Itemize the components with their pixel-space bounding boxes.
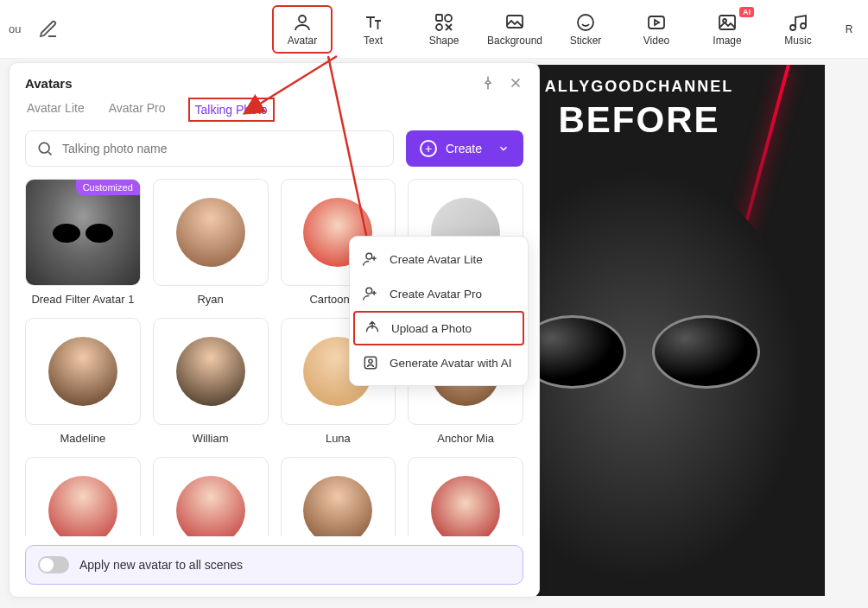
tool-label: Avatar [288,35,317,47]
chevron-down-icon [497,142,510,155]
tool-label: Sticker [570,35,602,47]
upload-icon [364,320,381,337]
avatar-name: Ryan [197,293,223,306]
close-icon[interactable] [508,75,523,91]
dropdown-label: Generate Avatar with AI [390,357,512,370]
svg-point-12 [366,253,372,259]
panel-title: Avatars [25,76,72,91]
svg-point-2 [445,15,452,22]
svg-rect-3 [436,24,442,30]
avatar-name: Madeline [60,432,105,445]
svg-rect-6 [649,16,664,28]
tool-label: R [846,23,853,35]
video-icon [646,12,667,33]
tab-talking-photo[interactable]: Talking Photo [188,98,275,122]
avatar-card[interactable]: Customized Dread Filter Avatar 1 [25,179,141,306]
svg-point-0 [299,16,306,22]
ai-generate-icon [362,354,379,371]
background-icon [504,12,525,33]
search-box[interactable] [25,130,394,167]
search-icon [36,140,54,157]
search-input[interactable] [62,142,383,155]
top-toolbar: ou Avatar Text Shape Background Sticker … [0,0,868,59]
toolbar-items: Avatar Text Shape Background Sticker Vid… [272,5,859,54]
tab-avatar-lite[interactable]: Avatar Lite [25,98,86,122]
tool-label: Video [643,35,669,47]
create-dropdown: Create Avatar Lite Create Avatar Pro Upl… [349,236,529,386]
pin-icon[interactable] [480,75,496,91]
dropdown-upload-photo[interactable]: Upload a Photo [353,311,524,345]
tool-more[interactable]: R [839,5,859,54]
pencil-icon[interactable] [38,19,59,40]
tool-sticker[interactable]: Sticker [555,5,616,54]
sunglasses-graphic [518,315,760,393]
plus-icon: + [420,140,437,157]
dropdown-label: Upload a Photo [391,322,472,335]
tool-music[interactable]: Music [768,5,828,54]
canvas-title: BEFORE [558,99,719,141]
svg-point-10 [801,23,806,28]
tool-label: Text [364,35,383,47]
apply-all-row: Apply new avatar to all scenes [25,545,523,585]
svg-point-5 [578,15,593,30]
music-icon [788,12,808,33]
svg-rect-7 [719,16,735,29]
avatar-card[interactable]: William [153,318,269,445]
left-label: ou [9,22,21,35]
create-button[interactable]: + Create [406,130,523,167]
toolbar-left: ou [9,19,272,40]
tool-background[interactable]: Background [485,5,545,54]
avatar-card[interactable] [153,457,269,536]
image-icon [717,12,738,33]
shape-icon [434,12,454,33]
sticker-icon [575,12,596,33]
avatar-name: Luna [326,432,351,445]
avatar-card[interactable] [281,457,396,536]
dropdown-create-lite[interactable]: Create Avatar Lite [350,242,528,276]
dropdown-label: Create Avatar Pro [390,288,482,301]
avatar-card[interactable]: Madeline [25,318,141,445]
customized-badge: Customized [76,180,140,195]
tool-text[interactable]: Text [343,5,403,54]
avatar-add-icon [362,285,379,302]
svg-point-11 [39,142,49,153]
apply-toggle[interactable] [38,556,69,573]
dropdown-generate-ai[interactable]: Generate Avatar with AI [350,345,528,380]
panel-header: Avatars [10,63,539,98]
dropdown-label: Create Avatar Lite [390,253,483,266]
text-icon [363,12,383,33]
dropdown-create-pro[interactable]: Create Avatar Pro [350,276,528,311]
tool-label: Shape [429,35,459,47]
avatar-name: Dread Filter Avatar 1 [31,293,134,306]
tool-shape[interactable]: Shape [414,5,474,54]
apply-label: Apply new avatar to all scenes [79,558,243,572]
avatars-panel: Avatars Avatar Lite Avatar Pro Talking P… [9,62,540,598]
avatar-card[interactable] [408,457,523,536]
ai-badge: AI [739,7,754,17]
avatar-add-icon [362,250,379,268]
svg-point-15 [369,359,372,363]
tool-avatar[interactable]: Avatar [272,5,333,54]
svg-point-9 [790,25,795,30]
canvas-subtitle: ALLYGOODCHANNEL [545,78,733,96]
avatar-icon [292,12,313,33]
tool-label: Image [713,35,741,47]
svg-rect-4 [507,16,523,28]
tool-label: Background [487,35,542,47]
avatar-name: Anchor Mia [437,432,494,445]
create-label: Create [446,142,482,155]
tab-avatar-pro[interactable]: Avatar Pro [107,98,168,122]
avatar-card[interactable]: Ryan [153,179,269,306]
tool-image[interactable]: AI Image [697,5,757,54]
avatar-card[interactable] [25,457,141,536]
avatar-tabs: Avatar Lite Avatar Pro Talking Photo [10,98,539,130]
svg-point-13 [366,288,372,294]
tool-label: Music [784,35,811,47]
tool-video[interactable]: Video [626,5,687,54]
avatar-name: William [193,432,229,445]
search-row: + Create [10,130,539,179]
svg-rect-1 [436,15,442,21]
panel-actions [480,75,523,91]
